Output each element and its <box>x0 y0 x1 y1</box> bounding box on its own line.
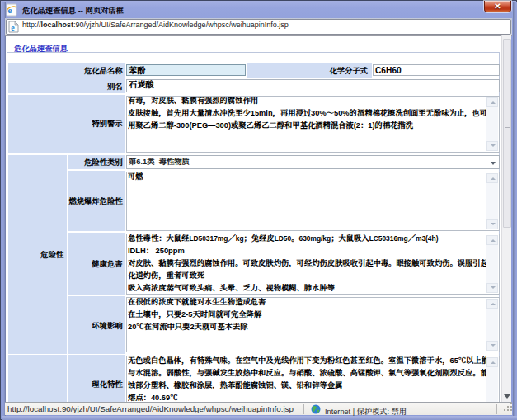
svg-text:e: e <box>8 5 12 15</box>
svg-text:e: e <box>11 23 15 32</box>
